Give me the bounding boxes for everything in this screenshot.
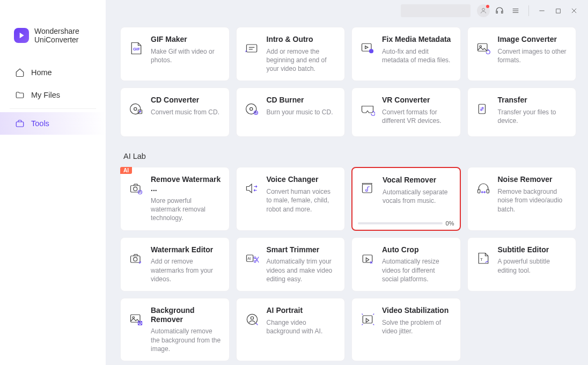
card-transfer[interactable]: Transfer Transfer your files to device. [467,87,577,137]
card-title: Transfer [498,96,569,105]
sidebar-item-label: Tools [31,119,49,128]
svg-rect-30 [131,256,141,262]
card-desc: Add or remove watermarks from your video… [151,257,222,283]
brand-line2: UniConverter [34,35,79,44]
card-desc: Change video background with AI. [267,318,337,335]
svg-text:AI: AI [247,256,251,260]
card-desc: Convert music from CD. [151,108,222,116]
card-title: Remove Watermark ... [151,175,222,193]
card-title: Vocal Remover [383,176,452,185]
vocal-progress: 0% [358,220,454,227]
nav-divider [10,108,96,109]
titlebar [0,0,588,21]
card-smart-trimmer[interactable]: AI Smart Trimmer Automatically trim your… [236,237,346,291]
close-button[interactable] [568,4,580,17]
bg-remove-icon [128,311,144,327]
svg-point-17 [130,104,141,114]
minimize-button[interactable] [535,4,548,17]
cd-burn-icon [244,101,260,117]
card-desc: Auto-fix and edit metadata of media file… [382,47,453,64]
svg-text:T: T [480,257,482,261]
card-desc: Add or remove the beginning and end of y… [267,47,337,74]
card-desc: Automatically remove the background from… [151,327,222,353]
tools-grid-ailab: AI Remove Watermark ... More powerful wa… [120,167,576,361]
card-intro-outro[interactable]: Intro & Outro Add or remove the beginnin… [236,27,346,81]
card-video-stabilization[interactable]: Video Stabilization Solve the problem of… [351,298,461,361]
card-desc: Burn your music to CD. [267,108,337,116]
card-title: GIF Maker [151,35,222,44]
card-vocal-remover[interactable]: Vocal Remover Automatically separate voc… [351,167,461,230]
svg-rect-23 [479,105,485,114]
card-title: Fix Media Metadata [382,35,453,44]
card-title: Smart Trimmer [267,245,337,254]
sidebar-item-home[interactable]: Home [0,61,106,84]
svg-point-25 [134,187,137,191]
card-desc: Convert human voices to male, female, ch… [267,187,337,214]
card-title: Background Remover [151,306,222,324]
progress-label: 0% [446,220,454,227]
card-cd-burner[interactable]: CD Burner Burn your music to CD. [236,87,346,137]
card-title: AI Portrait [267,306,337,315]
image-convert-icon [475,40,491,56]
card-desc: Make Gif with video or photos. [151,47,222,64]
card-title: Watermark Editor [151,245,222,254]
card-vr-converter[interactable]: VR Converter Convert formats for differe… [351,87,461,137]
music-note-icon [360,181,376,197]
card-voice-changer[interactable]: Voice Changer Convert human voices to ma… [236,167,346,230]
sidebar-item-label: Home [31,68,52,77]
maximize-button[interactable] [552,4,564,17]
card-desc: Automatically trim your videos and make … [267,257,337,283]
main-content: GIF GIF Maker Make Gif with video or pho… [106,21,588,365]
sidebar-item-tools[interactable]: Tools [0,112,106,135]
user-avatar-icon[interactable] [477,4,490,17]
svg-point-35 [254,260,256,262]
portrait-icon [244,311,260,327]
headphones-icon [475,180,491,196]
card-desc: More powerful watermark removal technolo… [151,196,222,223]
notification-dot-icon [486,5,489,8]
gif-icon: GIF [128,40,144,56]
play-tag-icon [359,40,376,56]
ai-badge: AI [120,167,132,174]
card-title: Image Converter [498,35,569,44]
svg-rect-8 [16,122,24,127]
vr-icon [359,101,376,117]
card-gif-maker[interactable]: GIF GIF Maker Make Gif with video or pho… [120,27,230,81]
svg-point-42 [251,317,253,319]
card-image-converter[interactable]: Image Converter Convert images to other … [467,27,577,81]
svg-point-0 [482,8,485,11]
titlebar-placeholder [401,4,471,17]
progress-bar [358,222,443,224]
text-frame-icon [244,40,260,56]
speaker-swap-icon [244,180,260,196]
app-logo-icon [14,28,29,43]
card-subtitle-editor[interactable]: T Subtitle Editor A powerful subtitle ed… [467,237,577,291]
svg-rect-10 [246,45,256,52]
card-cd-converter[interactable]: CD Converter Convert music from CD. [120,87,230,137]
sidebar-item-myfiles[interactable]: My Files [0,84,106,106]
stabilize-icon [359,311,376,327]
card-auto-crop[interactable]: Auto Crop Automatically resize videos fo… [351,237,461,291]
headset-icon[interactable] [493,4,506,17]
card-remove-watermark[interactable]: AI Remove Watermark ... More powerful wa… [120,167,230,230]
card-title: Subtitle Editor [498,245,569,254]
card-ai-portrait[interactable]: AI Portrait Change video background with… [236,298,346,361]
sidebar-item-label: My Files [31,91,60,99]
card-title: VR Converter [382,96,453,105]
card-watermark-editor[interactable]: Watermark Editor Add or remove watermark… [120,237,230,291]
svg-point-21 [249,108,252,111]
cd-up-icon [128,101,144,117]
titlebar-separator [528,5,529,16]
brand-logo: Wondershare UniConverter [0,21,106,59]
card-background-remover[interactable]: Background Remover Automatically remove … [120,298,230,361]
camera-edit-icon [128,251,144,267]
hamburger-menu-icon[interactable] [509,4,522,17]
card-noise-remover[interactable]: Noise Remover Remove background noise fr… [467,167,577,230]
card-fix-metadata[interactable]: Fix Media Metadata Auto-fix and edit met… [351,27,461,81]
card-desc: Convert images to other formats. [498,47,569,64]
card-title: Auto Crop [382,245,453,254]
section-title-ailab: AI Lab [123,152,576,160]
card-title: Voice Changer [267,175,337,184]
sidebar: Wondershare UniConverter Home My Files T… [0,0,106,365]
transfer-icon [475,101,491,117]
